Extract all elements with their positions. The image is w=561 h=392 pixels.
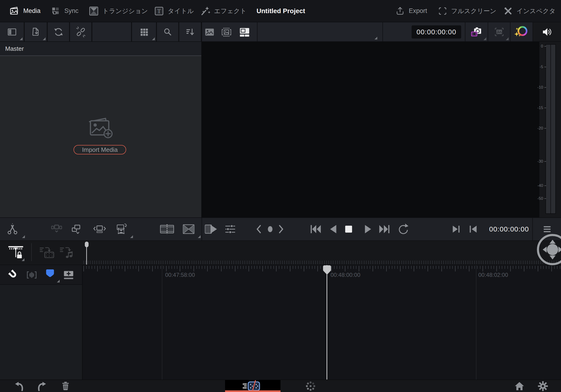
skip-to-start-button[interactable]	[309, 218, 323, 240]
audio-meter-bars	[546, 44, 556, 214]
record-dot-icon[interactable]	[266, 218, 274, 240]
gear-icon[interactable]	[537, 380, 549, 392]
adjust-sliders-button[interactable]	[223, 218, 237, 240]
trim-view-button[interactable]	[159, 218, 175, 240]
import-file-icon	[30, 27, 41, 37]
top-toolbar: Media Sync トランジション T タイトル エフェクト Unt	[0, 0, 561, 22]
meter-scale-label: 0	[533, 44, 543, 49]
timeline-playhead-handle[interactable]	[323, 265, 331, 277]
skip-to-end-button[interactable]	[377, 218, 391, 240]
tab-color-page[interactable]	[304, 380, 317, 392]
meter-bar-left	[546, 45, 550, 213]
loop-button[interactable]	[397, 218, 410, 240]
bin-name: Master	[5, 45, 24, 52]
jog-wheel[interactable]	[534, 231, 561, 268]
place-on-top-button[interactable]	[50, 218, 64, 240]
timeline: 00:47:58:00 00:48:00:00 00:48:02:00	[0, 265, 561, 380]
tab-effects[interactable]: エフェクト	[200, 0, 247, 22]
stop-button[interactable]	[343, 218, 354, 240]
bottom-bar	[0, 380, 561, 392]
scrub-strip[interactable]	[0, 241, 561, 265]
tab-media-label: Media	[23, 7, 41, 15]
redo-button[interactable]	[36, 380, 48, 392]
tab-cut-page[interactable]	[225, 380, 280, 392]
export-button[interactable]: Export	[395, 0, 427, 22]
magnet-snap-button[interactable]	[7, 268, 21, 282]
overwrite-button[interactable]	[70, 218, 84, 240]
scrub-ruler[interactable]	[83, 261, 561, 264]
tab-transitions[interactable]: トランジション	[88, 0, 148, 22]
dissolve-transition-button[interactable]	[180, 218, 197, 240]
media-icon	[9, 6, 20, 16]
step-back-icon[interactable]	[255, 218, 262, 240]
split-clip-button[interactable]	[5, 218, 20, 240]
home-button[interactable]	[514, 380, 525, 392]
scrub-playhead-line	[86, 247, 87, 265]
append-audio-icon[interactable]	[59, 246, 76, 259]
viewer-canvas[interactable]	[201, 42, 539, 218]
enhance-button[interactable]	[510, 22, 533, 41]
import-media-icon	[85, 117, 113, 139]
tab-sync-label: Sync	[64, 7, 78, 15]
step-forward-icon[interactable]	[278, 218, 285, 240]
relink-button[interactable]	[48, 22, 69, 41]
unlink-icon	[75, 26, 86, 38]
export-label: Export	[409, 7, 427, 15]
inspector-button[interactable]: インスペクタ	[503, 0, 556, 22]
import-media-button[interactable]: Import Media	[74, 145, 126, 154]
goto-prev-edit-button[interactable]	[467, 218, 478, 240]
toggle-media-panel-button[interactable]	[0, 22, 24, 41]
transport-timecode[interactable]: 00:00:00:00	[489, 218, 529, 240]
meter-scale-label: -20	[533, 126, 543, 131]
bin-header[interactable]: Master	[0, 42, 201, 56]
project-title[interactable]: Untitled Project	[257, 0, 305, 22]
tab-media[interactable]: Media	[9, 0, 41, 22]
stabilize-button[interactable]	[488, 22, 510, 41]
undo-button[interactable]	[13, 380, 25, 392]
append-video-icon[interactable]	[39, 246, 55, 259]
search-button[interactable]	[157, 22, 178, 41]
trash-button[interactable]	[60, 380, 71, 392]
meter-scale-label: -40	[533, 183, 543, 188]
audio-meter-panel: 0 -5 -10 -15 -20 -30 -40 -50	[539, 42, 561, 218]
tab-sync[interactable]: Sync	[51, 0, 78, 22]
enhance-icon	[518, 26, 528, 36]
unlink-button[interactable]	[70, 22, 91, 41]
image-view-icon[interactable]	[204, 26, 216, 38]
sort-button[interactable]	[179, 22, 201, 41]
edit-toolbar: 00:00:00:00	[0, 218, 561, 241]
meter-scale-label: -5	[533, 65, 543, 69]
filmstrip-view-icon[interactable]	[219, 26, 234, 39]
goto-next-edit-button[interactable]	[451, 218, 462, 240]
preview-play-button[interactable]	[204, 218, 219, 240]
fullscreen-button[interactable]: フルスクリーン	[438, 0, 496, 22]
ripple-insert-button[interactable]	[93, 218, 107, 240]
play-button[interactable]	[362, 218, 373, 240]
viewer-timecode[interactable]: 00:00:00:00	[412, 25, 461, 39]
play-reverse-button[interactable]	[328, 218, 339, 240]
ruler-timecode: 00:47:58:00	[165, 272, 195, 278]
smart-insert-button[interactable]	[115, 218, 130, 240]
playhead-lock-button[interactable]	[7, 243, 25, 261]
tab-titles-label: タイトル	[168, 7, 194, 15]
speaker-button[interactable]	[533, 22, 561, 41]
viewer-source-dropdown[interactable]	[258, 22, 382, 41]
marker-button[interactable]	[45, 268, 60, 283]
timeline-playhead[interactable]	[326, 265, 327, 380]
transition-icon	[88, 6, 99, 16]
export-icon	[395, 6, 405, 16]
active-tab-indicator	[225, 390, 280, 392]
multi-view-icon[interactable]	[238, 26, 251, 38]
import-media-button-toolbar[interactable]	[25, 22, 47, 41]
add-track-button[interactable]	[62, 269, 75, 281]
camera-capture-button[interactable]	[465, 22, 488, 41]
meter-scale-label: -30	[533, 159, 543, 164]
waveform-zoom-button[interactable]	[25, 269, 38, 281]
meter-scale-label: -50	[533, 196, 543, 201]
ruler-timecode: 00:48:00:00	[331, 272, 360, 278]
tab-titles[interactable]: T タイトル	[154, 0, 194, 22]
davinci-resolve-cut-page: Media Sync トランジション T タイトル エフェクト Unt	[0, 0, 561, 392]
grid-view-button[interactable]	[132, 22, 156, 41]
secondary-toolbar: 00:00:00:00	[0, 22, 561, 42]
timeline-gridline	[162, 265, 162, 380]
